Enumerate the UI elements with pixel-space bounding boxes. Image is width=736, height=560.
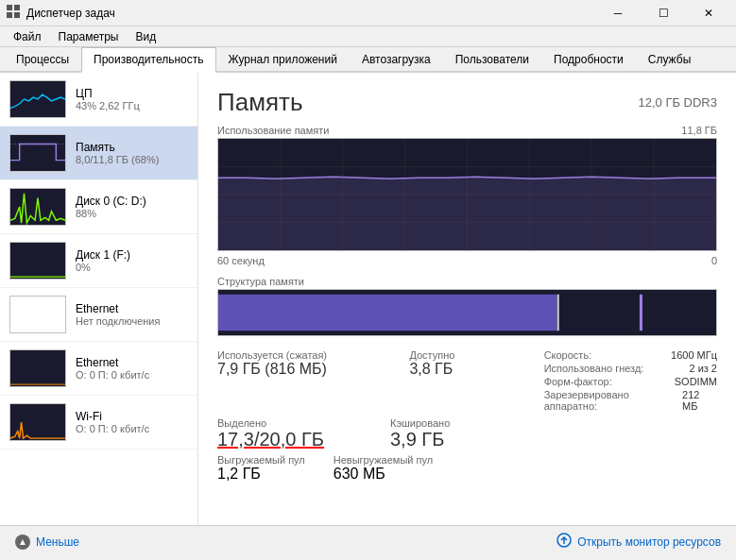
eth1-title: Ethernet <box>76 302 188 315</box>
slots-value: 2 из 2 <box>689 363 717 374</box>
menu-params[interactable]: Параметры <box>51 28 127 44</box>
svg-rect-4 <box>10 135 65 171</box>
speed-label: Скорость: <box>544 349 592 361</box>
memory-page-title: Память <box>217 88 303 117</box>
time-end: 0 <box>711 255 717 266</box>
speed-value: 1600 МГц <box>671 349 717 361</box>
structure-label: Структура памяти <box>217 276 717 287</box>
sidebar-item-eth1[interactable]: Ethernet Нет подключения <box>0 288 197 342</box>
sidebar-item-wifi[interactable]: Wi-Fi О: 0 П: 0 кбит/с <box>0 396 197 450</box>
cached-label: Кэшировано <box>390 417 513 429</box>
tab-processes[interactable]: Процессы <box>4 47 81 73</box>
cpu-subtitle: 43% 2,62 ГГц <box>76 100 188 111</box>
graph-label-row: Использование памяти 11,8 ГБ <box>217 125 717 136</box>
wifi-subtitle: О: 0 П: 0 кбит/с <box>76 423 188 434</box>
graph-label: Использование памяти <box>217 125 329 136</box>
form-label: Форм-фактор: <box>544 376 612 387</box>
eth1-subtitle: Нет подключения <box>76 315 188 327</box>
avail-label: Доступно <box>409 349 524 361</box>
sidebar-item-cpu[interactable]: ЦП 43% 2,62 ГГц <box>0 73 197 127</box>
avail-block: Доступно 3,8 ГБ <box>409 349 524 412</box>
structure-graph <box>217 289 717 336</box>
cpu-title: ЦП <box>76 87 188 100</box>
footer: ▲ Меньше Открыть монитор ресурсов <box>0 525 736 557</box>
paged-label: Выгружаемый пул <box>217 454 305 466</box>
alloc-block: Выделено 17,3/20,0 ГБ <box>217 417 371 450</box>
disk1-thumb <box>9 242 66 280</box>
avail-value: 3,8 ГБ <box>409 361 524 378</box>
eth2-thumb <box>9 349 66 387</box>
tab-details[interactable]: Подробности <box>541 47 636 73</box>
memory-title: Память <box>76 141 188 154</box>
tab-services[interactable]: Службы <box>636 47 703 73</box>
close-button[interactable]: ✕ <box>687 4 730 23</box>
sidebar-item-memory[interactable]: Память 8,0/11,8 ГБ (68%) <box>0 127 197 180</box>
disk1-title: Диск 1 (F:) <box>76 248 188 262</box>
open-monitor-button[interactable]: Открыть монитор ресурсов <box>553 531 725 552</box>
main-content: ЦП 43% 2,62 ГГц Память 8,0/11,8 ГБ (68%) <box>0 73 736 525</box>
disk0-thumb <box>9 188 66 226</box>
nonpaged-label: Невыгружаемый пул <box>334 454 433 466</box>
memory-type: 12,0 ГБ DDR3 <box>639 95 718 110</box>
eth1-thumb <box>9 296 66 333</box>
tab-startup[interactable]: Автозагрузка <box>350 47 443 73</box>
eth2-title: Ethernet <box>76 356 188 369</box>
disk0-subtitle: 88% <box>76 208 188 219</box>
form-value: SODIMM <box>675 376 717 387</box>
menu-bar: Файл Параметры Вид <box>0 26 736 47</box>
menu-view[interactable]: Вид <box>128 28 163 44</box>
svg-rect-0 <box>7 5 12 10</box>
wifi-title: Wi-Fi <box>76 410 188 423</box>
cached-value: 3,9 ГБ <box>390 429 513 450</box>
slots-label: Использовано гнезд: <box>544 363 644 374</box>
minimize-button[interactable]: ─ <box>596 4 640 23</box>
eth2-subtitle: О: 0 П: 0 кбит/с <box>76 369 188 381</box>
nonpaged-block: Невыгружаемый пул 630 МБ <box>334 454 433 483</box>
disk0-title: Диск 0 (C: D:) <box>76 195 188 208</box>
sidebar: ЦП 43% 2,62 ГГц Память 8,0/11,8 ГБ (68%) <box>0 73 198 525</box>
svg-rect-23 <box>557 295 559 331</box>
less-button[interactable]: ▲ Меньше <box>11 533 83 552</box>
title-bar: Диспетчер задач ─ ☐ ✕ <box>0 0 736 26</box>
maximize-button[interactable]: ☐ <box>642 4 685 23</box>
sidebar-item-eth2[interactable]: Ethernet О: 0 П: 0 кбит/с <box>0 342 197 396</box>
right-stats: Скорость: 1600 МГц Использовано гнезд: 2… <box>544 349 717 412</box>
window-controls[interactable]: ─ ☐ ✕ <box>596 4 730 23</box>
monitor-icon <box>556 533 572 551</box>
svg-rect-22 <box>218 295 557 331</box>
wifi-thumb <box>9 403 66 441</box>
detail-panel: Память 12,0 ГБ DDR3 Использование памяти… <box>198 73 736 525</box>
sidebar-item-disk0[interactable]: Диск 0 (C: D:) 88% <box>0 180 197 234</box>
cpu-thumb <box>9 80 66 118</box>
tab-performance[interactable]: Производительность <box>81 47 215 73</box>
svg-rect-2 <box>7 12 12 18</box>
disk1-subtitle: 0% <box>76 262 188 273</box>
chevron-up-icon: ▲ <box>15 535 30 550</box>
reserved-label: Зарезервировано аппаратно: <box>544 389 682 412</box>
reserved-value: 212 МБ <box>682 389 717 412</box>
paged-value: 1,2 ГБ <box>217 466 305 483</box>
time-start: 60 секунд <box>217 255 265 266</box>
used-value: 7,9 ГБ (816 МБ) <box>217 361 390 378</box>
svg-marker-20 <box>218 177 716 250</box>
memory-header: Память 12,0 ГБ DDR3 <box>217 88 717 117</box>
svg-rect-3 <box>14 12 20 18</box>
cached-block: Кэшировано 3,9 ГБ <box>390 417 513 450</box>
svg-rect-1 <box>14 5 20 10</box>
nonpaged-value: 630 МБ <box>334 466 433 483</box>
used-block: Используется (сжатая) 7,9 ГБ (816 МБ) <box>217 349 390 412</box>
tab-users[interactable]: Пользователи <box>443 47 541 73</box>
app-icon <box>6 4 21 22</box>
memory-thumb <box>9 134 66 172</box>
svg-rect-24 <box>640 295 642 331</box>
menu-file[interactable]: Файл <box>6 28 49 44</box>
graph-max: 11,8 ГБ <box>681 125 717 136</box>
alloc-value: 17,3/20,0 ГБ <box>217 429 371 450</box>
svg-rect-7 <box>10 350 65 386</box>
memory-subtitle: 8,0/11,8 ГБ (68%) <box>76 154 188 165</box>
used-label: Используется (сжатая) <box>217 349 390 361</box>
sidebar-item-disk1[interactable]: Диск 1 (F:) 0% <box>0 234 197 288</box>
memory-graph <box>217 138 717 251</box>
graph-time-row: 60 секунд 0 <box>217 255 717 266</box>
tab-app-history[interactable]: Журнал приложений <box>216 47 350 73</box>
